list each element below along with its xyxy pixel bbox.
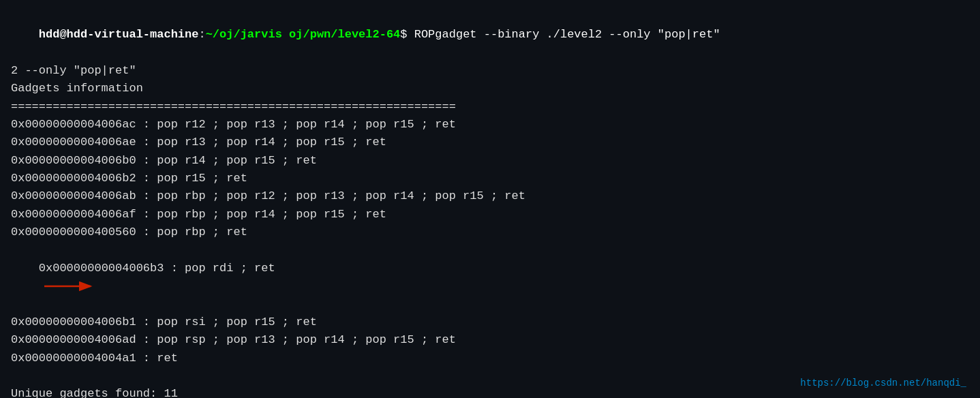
gadget-line-8: 0x00000000004006b1 : pop rsi ; pop r15 ;…	[11, 313, 969, 331]
prompt-dollar: $	[400, 28, 407, 41]
prompt-separator: :	[198, 28, 205, 41]
prompt-host: hdd@hdd-virtual-machine	[39, 28, 199, 41]
prompt-command: ROPgadget --binary ./level2 --only "pop|…	[408, 28, 720, 41]
output-line-1: 2 --only "pop|ret"	[11, 62, 969, 80]
gadget-line-6: 0x00000000004006af : pop rbp ; pop r14 ;…	[11, 206, 969, 224]
terminal-window: hdd@hdd-virtual-machine:~/oj/jarvis oj/p…	[0, 0, 980, 398]
gadget-rdi-text: 0x00000000004006b3 : pop rdi ; ret	[39, 262, 275, 275]
gadget-line-9: 0x00000000004006ad : pop rsp ; pop r13 ;…	[11, 331, 969, 349]
footer-link[interactable]: https://blog.csdn.net/hanqdi_	[800, 378, 966, 388]
output-separator: ========================================…	[11, 98, 969, 116]
prompt-path: ~/oj/jarvis oj/pwn/level2-64	[206, 28, 401, 41]
prompt-line: hdd@hdd-virtual-machine:~/oj/jarvis oj/p…	[11, 8, 969, 62]
red-arrow-icon	[44, 279, 99, 294]
gadget-line-5: 0x00000000004006ab : pop rbp ; pop r12 ;…	[11, 187, 969, 205]
gadget-line-rdi: 0x00000000004006b3 : pop rdi ; ret	[11, 241, 969, 313]
gadget-line-10: 0x00000000004004a1 : ret	[11, 350, 969, 367]
gadget-line-4: 0x00000000004006b2 : pop r15 ; ret	[11, 170, 969, 187]
output-line-2: Gadgets information	[11, 80, 969, 97]
gadget-line-1: 0x00000000004006ac : pop r12 ; pop r13 ;…	[11, 116, 969, 134]
gadget-line-2: 0x00000000004006ae : pop r13 ; pop r14 ;…	[11, 134, 969, 151]
gadget-line-3: 0x00000000004006b0 : pop r14 ; pop r15 ;…	[11, 152, 969, 170]
gadget-line-7: 0x0000000000400560 : pop rbp ; ret	[11, 224, 969, 241]
